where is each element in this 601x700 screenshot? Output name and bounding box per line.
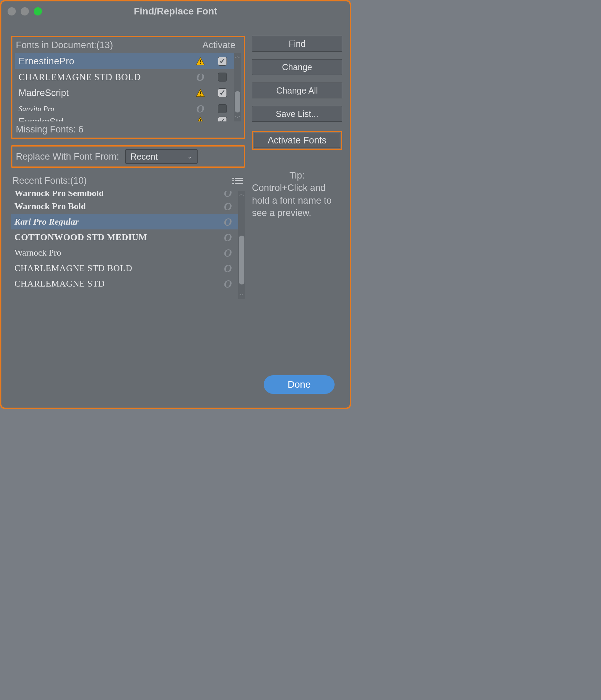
warning-icon — [190, 57, 211, 65]
fonts-in-document-label: Fonts in Document: — [16, 40, 96, 51]
font-name: Warnock Pro Bold — [14, 201, 218, 212]
opentype-icon: O — [218, 278, 238, 289]
recent-font-row[interactable]: Warnock Pro SemiboldO — [11, 191, 238, 198]
dropdown-value: Recent — [130, 152, 158, 162]
document-fonts-list: ErnestineProCHARLEMAGNE STD BOLDOMadreSc… — [15, 53, 241, 121]
tip-label: Tip: — [252, 169, 342, 182]
recent-font-row[interactable]: CHARLEMAGNE STDO — [11, 276, 238, 291]
recent-fonts-count: (10) — [70, 175, 87, 186]
document-font-row[interactable]: MadreScript — [15, 85, 234, 101]
scrollbar[interactable]: ︿ ﹀ — [234, 53, 241, 121]
font-name: CHARLEMAGNE STD BOLD — [14, 263, 218, 273]
change-all-button[interactable]: Change All — [252, 83, 342, 98]
opentype-icon: O — [218, 216, 238, 227]
opentype-icon: O — [190, 103, 211, 114]
svg-rect-7 — [200, 119, 201, 121]
close-icon[interactable] — [8, 7, 16, 15]
activate-checkbox[interactable] — [218, 88, 227, 97]
maximize-icon[interactable] — [34, 7, 42, 15]
traffic-lights — [8, 7, 42, 15]
scroll-down-icon[interactable]: ﹀ — [234, 115, 241, 121]
svg-rect-5 — [200, 95, 201, 95]
opentype-icon: O — [218, 201, 238, 212]
font-name: Warnock Pro Semibold — [14, 191, 218, 198]
scroll-up-icon[interactable]: ︿ — [234, 53, 241, 60]
warning-icon — [190, 89, 211, 97]
tip-body: Control+Click and hold a font name to se… — [252, 182, 342, 219]
recent-font-row[interactable]: Warnock Pro BoldO — [11, 198, 238, 214]
save-list-button[interactable]: Save List... — [252, 106, 342, 122]
activate-checkbox[interactable] — [218, 73, 227, 82]
fonts-in-document-section: Fonts in Document: (13) Activate Ernesti… — [11, 36, 245, 139]
fonts-in-document-count: (13) — [96, 40, 113, 51]
done-button[interactable]: Done — [264, 375, 335, 394]
titlebar: Find/Replace Font — [1, 1, 350, 21]
recent-font-row[interactable]: Kari Pro RegularO — [11, 214, 238, 229]
document-font-row[interactable]: EusakaStd — [15, 117, 234, 121]
find-replace-font-window: Find/Replace Font Fonts in Document: (13… — [0, 0, 351, 409]
activate-fonts-highlight: Activate Fonts — [252, 131, 342, 150]
opentype-icon: O — [190, 72, 211, 83]
replace-with-section: Replace With Font From: Recent ⌄ — [11, 145, 245, 168]
document-font-row[interactable]: CHARLEMAGNE STD BOLDO — [15, 69, 234, 85]
opentype-icon: O — [218, 247, 238, 258]
document-font-row[interactable]: Sanvito ProO — [15, 101, 234, 117]
warning-icon — [190, 117, 211, 121]
chevron-down-icon: ⌄ — [187, 153, 192, 160]
scroll-down-icon[interactable]: ﹀ — [238, 292, 245, 298]
scrollbar-thumb[interactable] — [239, 236, 244, 284]
font-name: Sanvito Pro — [19, 104, 190, 113]
replace-source-dropdown[interactable]: Recent ⌄ — [125, 149, 198, 164]
activate-checkbox[interactable] — [218, 57, 227, 66]
font-name: Warnock Pro — [14, 248, 218, 258]
missing-fonts-count: Missing Fonts: 6 — [15, 121, 241, 135]
svg-rect-2 — [200, 63, 201, 64]
font-name: CHARLEMAGNE STD — [14, 279, 218, 289]
recent-fonts-list: Warnock Pro SemiboldOWarnock Pro BoldOKa… — [11, 191, 245, 299]
opentype-icon: O — [218, 232, 238, 243]
scroll-up-icon[interactable]: ︿ — [238, 191, 245, 197]
find-button[interactable]: Find — [252, 36, 342, 52]
activate-checkbox[interactable] — [218, 117, 227, 121]
svg-rect-4 — [200, 91, 201, 94]
change-button[interactable]: Change — [252, 59, 342, 75]
recent-font-row[interactable]: CHARLEMAGNE STD BOLDO — [11, 260, 238, 276]
svg-rect-1 — [200, 60, 201, 63]
replace-with-label: Replace With Font From: — [16, 151, 119, 162]
font-name: Kari Pro Regular — [14, 217, 218, 227]
minimize-icon[interactable] — [21, 7, 29, 15]
recent-font-row[interactable]: Warnock ProO — [11, 245, 238, 260]
font-name: MadreScript — [19, 88, 190, 98]
font-name: COTTONWOOD STD MEDIUM — [14, 232, 218, 243]
opentype-icon: O — [218, 191, 238, 198]
list-view-icon[interactable] — [235, 178, 243, 184]
tip-text: Tip: Control+Click and hold a font name … — [252, 169, 342, 219]
scrollbar-thumb[interactable] — [235, 91, 240, 112]
opentype-icon: O — [218, 263, 238, 274]
activate-fonts-button[interactable]: Activate Fonts — [254, 133, 340, 148]
recent-fonts-label: Recent Fonts: — [12, 175, 70, 186]
font-name: CHARLEMAGNE STD BOLD — [19, 72, 190, 83]
scrollbar[interactable]: ︿ ﹀ — [238, 191, 245, 299]
recent-font-row[interactable]: COTTONWOOD STD MEDIUMO — [11, 229, 238, 245]
document-font-row[interactable]: ErnestinePro — [15, 53, 234, 69]
activate-checkbox[interactable] — [218, 104, 227, 113]
window-title: Find/Replace Font — [1, 6, 350, 17]
font-name: ErnestinePro — [19, 56, 190, 67]
activate-column-header: Activate — [202, 40, 235, 51]
font-name: EusakaStd — [19, 117, 190, 121]
